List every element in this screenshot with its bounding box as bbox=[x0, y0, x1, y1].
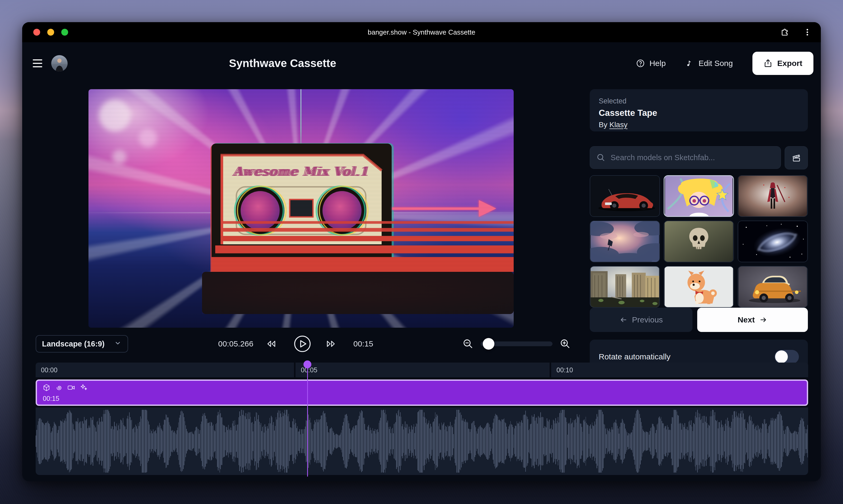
slider-knob[interactable] bbox=[483, 338, 494, 349]
traffic-lights bbox=[22, 29, 68, 36]
model-thumbnail[interactable] bbox=[664, 175, 734, 217]
model-search-box[interactable] bbox=[590, 146, 781, 169]
fast-forward-button[interactable] bbox=[325, 338, 337, 350]
hamburger-menu-icon[interactable] bbox=[33, 59, 42, 67]
model-grid bbox=[590, 175, 808, 308]
help-question-icon bbox=[636, 58, 645, 68]
selected-model-card: Selected Cassette Tape By Klasy bbox=[590, 89, 808, 131]
help-button[interactable]: Help bbox=[636, 58, 666, 68]
ruler-section[interactable]: 00:10 bbox=[551, 363, 808, 377]
ruler-marker: 00:00 bbox=[41, 366, 57, 374]
timeline: 00:00 00:05 00:10 00:15 bbox=[36, 363, 808, 475]
rewind-button[interactable] bbox=[265, 338, 277, 350]
extensions-puzzle-icon[interactable] bbox=[780, 28, 789, 37]
user-avatar[interactable] bbox=[51, 55, 68, 72]
app-window: banger.show - Synthwave Cassette bbox=[22, 22, 821, 481]
edit-song-button[interactable]: Edit Song bbox=[685, 59, 733, 68]
rotate-automatically-toggle[interactable] bbox=[775, 350, 799, 364]
music-note-icon bbox=[685, 59, 694, 68]
ruler-section[interactable]: 00:00 bbox=[36, 363, 294, 377]
model-search-input[interactable] bbox=[610, 153, 774, 162]
share-upload-icon bbox=[763, 59, 773, 68]
minimize-button[interactable] bbox=[47, 29, 54, 36]
page-title: Synthwave Cassette bbox=[229, 57, 336, 70]
spiral-icon bbox=[55, 383, 63, 392]
model-thumbnail[interactable] bbox=[738, 266, 808, 308]
author-link[interactable]: Klasy bbox=[609, 121, 627, 129]
timeline-clip[interactable]: 00:15 bbox=[36, 379, 808, 406]
export-label: Export bbox=[777, 59, 802, 68]
scanlines-overlay bbox=[88, 89, 514, 328]
model-thumbnail[interactable] bbox=[590, 175, 660, 217]
waveform-canvas bbox=[36, 408, 808, 475]
video-preview-viewport[interactable]: Awesome Mix Vol.1 Awesome Mix Vol.1 Awes… bbox=[88, 89, 514, 328]
model-thumbnail[interactable] bbox=[738, 221, 808, 262]
search-icon bbox=[596, 153, 605, 162]
timeline-zoom-slider[interactable] bbox=[481, 341, 552, 346]
clapperboard-button[interactable] bbox=[785, 146, 808, 169]
model-thumbnail[interactable] bbox=[590, 266, 660, 308]
by-prefix: By bbox=[599, 121, 609, 129]
previous-label: Previous bbox=[632, 315, 663, 324]
clip-duration: 00:15 bbox=[43, 395, 59, 402]
3d-cube-icon bbox=[42, 383, 51, 392]
fullscreen-button[interactable] bbox=[61, 29, 68, 36]
timeline-ruler: 00:00 00:05 00:10 bbox=[36, 363, 808, 377]
window-title: banger.show - Synthwave Cassette bbox=[368, 28, 475, 36]
video-camera-icon bbox=[67, 383, 75, 392]
current-time: 00:05.266 bbox=[218, 339, 253, 348]
rotate-automatically-label: Rotate automatically bbox=[599, 352, 671, 361]
title-bar: banger.show - Synthwave Cassette bbox=[22, 22, 821, 42]
total-time: 00:15 bbox=[354, 339, 373, 348]
next-page-button[interactable]: Next bbox=[697, 308, 808, 332]
play-button[interactable] bbox=[293, 335, 312, 353]
edit-song-label: Edit Song bbox=[699, 59, 733, 68]
sparkles-icon bbox=[80, 383, 88, 392]
help-label: Help bbox=[650, 59, 666, 68]
export-button[interactable]: Export bbox=[753, 52, 813, 75]
zoom-in-button[interactable] bbox=[560, 338, 571, 349]
ruler-marker: 00:10 bbox=[556, 366, 573, 374]
aspect-ratio-value: Landscape (16:9) bbox=[42, 340, 105, 348]
model-thumbnail[interactable] bbox=[590, 221, 660, 262]
playhead-line bbox=[307, 367, 308, 476]
zoom-out-button[interactable] bbox=[462, 338, 474, 349]
app-header: Synthwave Cassette Help Edit Song bbox=[22, 42, 821, 85]
clip-icons bbox=[42, 383, 88, 392]
ruler-section[interactable]: 00:05 bbox=[295, 363, 550, 377]
audio-waveform[interactable] bbox=[36, 408, 808, 475]
playhead[interactable] bbox=[303, 360, 312, 476]
model-thumbnail[interactable] bbox=[664, 221, 734, 262]
arrow-right-icon bbox=[759, 316, 768, 324]
chevron-down-icon bbox=[114, 339, 122, 349]
browser-menu-kebab-icon[interactable] bbox=[803, 28, 812, 37]
selected-author-line: By Klasy bbox=[599, 121, 799, 129]
selected-model-name: Cassette Tape bbox=[599, 108, 799, 118]
model-thumbnail[interactable] bbox=[738, 175, 808, 217]
previous-page-button[interactable]: Previous bbox=[590, 308, 692, 332]
clapperboard-icon bbox=[791, 152, 802, 163]
model-thumbnail[interactable] bbox=[664, 266, 734, 308]
selected-heading: Selected bbox=[599, 97, 799, 105]
toggle-knob bbox=[775, 350, 788, 363]
close-button[interactable] bbox=[33, 29, 40, 36]
arrow-left-icon bbox=[619, 316, 628, 324]
next-label: Next bbox=[738, 315, 755, 324]
aspect-ratio-select[interactable]: Landscape (16:9) bbox=[36, 335, 128, 353]
